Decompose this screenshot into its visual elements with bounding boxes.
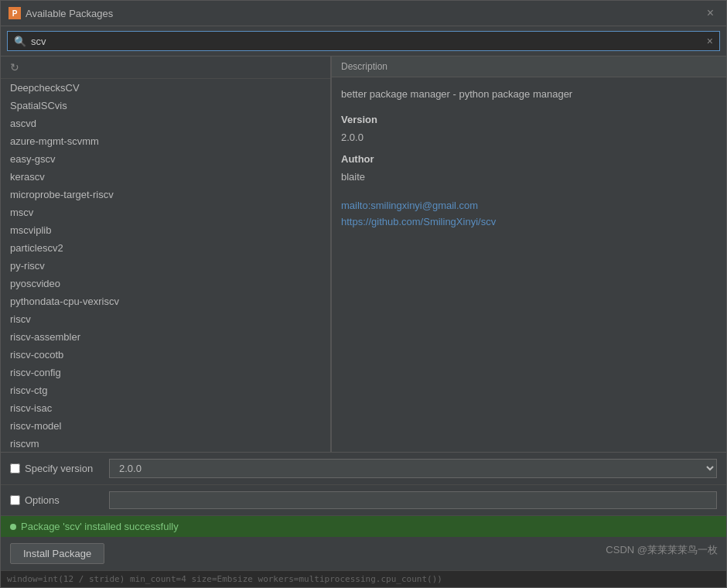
install-button[interactable]: Install Package bbox=[10, 543, 104, 564]
close-button[interactable]: × bbox=[702, 5, 718, 21]
package-item[interactable]: SpatialSCvis bbox=[1, 97, 330, 115]
github-link[interactable]: https://github.com/SmilingXinyi/scv bbox=[341, 214, 717, 231]
package-item[interactable]: riscv bbox=[1, 310, 330, 328]
package-item[interactable]: py-riscv bbox=[1, 257, 330, 275]
title-bar: P Available Packages × bbox=[1, 1, 726, 26]
package-item[interactable]: particlescv2 bbox=[1, 239, 330, 257]
title-bar-left: P Available Packages bbox=[9, 7, 113, 19]
search-bar: 🔍 × bbox=[1, 26, 726, 56]
specify-version-row: Specify version 2.0.0 1.0.0 bbox=[1, 453, 726, 485]
package-item[interactable]: microprobe-target-riscv bbox=[1, 186, 330, 203]
package-list: DeepchecksCVSpatialSCvisascvdazure-mgmt-… bbox=[1, 79, 330, 452]
app-icon: P bbox=[9, 7, 21, 19]
options-checkbox[interactable] bbox=[10, 495, 20, 505]
success-bar: Package 'scv' installed successfully bbox=[1, 516, 726, 537]
success-indicator bbox=[10, 524, 16, 530]
options-row: Options bbox=[1, 485, 726, 516]
watermark: CSDN @莱莱莱莱鸟一枚 bbox=[606, 543, 718, 557]
package-item[interactable]: mscv bbox=[1, 203, 330, 221]
options-input[interactable] bbox=[109, 491, 717, 509]
description-header: Description bbox=[332, 56, 726, 77]
main-content: ↻ DeepchecksCVSpatialSCvisascvdazure-mgm… bbox=[1, 56, 726, 452]
links-section: mailto:smilingxinyi@gmail.com https://gi… bbox=[341, 198, 717, 231]
package-item[interactable]: riscvm bbox=[1, 435, 330, 452]
package-item[interactable]: DeepchecksCV bbox=[1, 79, 330, 97]
package-item[interactable]: riscv-ctg bbox=[1, 381, 330, 399]
code-bar: window=int(12 / stride) min_count=4 size… bbox=[1, 570, 726, 587]
dialog-title: Available Packages bbox=[26, 8, 113, 19]
search-clear-button[interactable]: × bbox=[707, 35, 713, 47]
available-packages-dialog: P Available Packages × 🔍 × ↻ DeepchecksC… bbox=[0, 0, 727, 588]
search-wrapper: 🔍 × bbox=[7, 31, 720, 51]
package-list-panel: ↻ DeepchecksCVSpatialSCvisascvdazure-mgm… bbox=[1, 56, 332, 452]
description-content: better package manager - python package … bbox=[332, 77, 726, 452]
reload-bar: ↻ bbox=[1, 56, 330, 79]
package-item[interactable]: kerascv bbox=[1, 168, 330, 186]
options-text: Options bbox=[25, 494, 60, 506]
package-item[interactable]: pyoscvideo bbox=[1, 275, 330, 292]
package-item[interactable]: mscviplib bbox=[1, 221, 330, 239]
version-select[interactable]: 2.0.0 1.0.0 bbox=[109, 459, 717, 478]
success-message: Package 'scv' installed successfully bbox=[21, 521, 179, 532]
package-item[interactable]: azure-mgmt-scvmm bbox=[1, 132, 330, 150]
package-item[interactable]: riscv-isac bbox=[1, 399, 330, 417]
package-item[interactable]: riscv-cocotb bbox=[1, 346, 330, 364]
reload-button[interactable]: ↻ bbox=[7, 60, 22, 75]
package-item[interactable]: easy-gscv bbox=[1, 150, 330, 168]
description-panel: Description better package manager - pyt… bbox=[332, 56, 726, 452]
desc-summary: better package manager - python package … bbox=[341, 87, 717, 103]
author-label: Author bbox=[341, 152, 717, 168]
package-item[interactable]: riscv-config bbox=[1, 364, 330, 381]
specify-version-text: Specify version bbox=[25, 463, 93, 474]
author-value: blaite bbox=[341, 169, 717, 186]
version-value: 2.0.0 bbox=[341, 130, 717, 146]
specify-version-checkbox[interactable] bbox=[10, 463, 20, 473]
package-item[interactable]: pythondata-cpu-vexriscv bbox=[1, 292, 330, 310]
specify-version-label[interactable]: Specify version bbox=[10, 463, 103, 474]
options-label[interactable]: Options bbox=[10, 494, 103, 506]
mailto-link[interactable]: mailto:smilingxinyi@gmail.com bbox=[341, 198, 717, 214]
search-input[interactable] bbox=[31, 36, 702, 47]
package-item[interactable]: riscv-assembler bbox=[1, 328, 330, 346]
package-item[interactable]: ascvd bbox=[1, 115, 330, 132]
package-item[interactable]: riscv-model bbox=[1, 417, 330, 435]
version-label: Version bbox=[341, 112, 717, 128]
search-icon: 🔍 bbox=[14, 36, 26, 47]
